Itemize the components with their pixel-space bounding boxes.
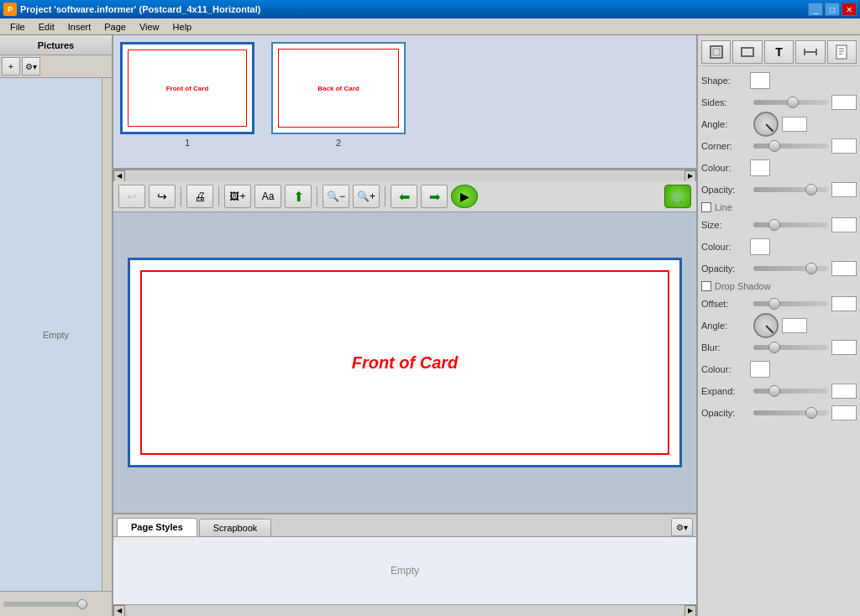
next-page-button[interactable]: ➡ <box>421 185 448 208</box>
tab-page-styles[interactable]: Page Styles <box>117 518 197 536</box>
thumbnail-1[interactable]: Front of Card 1 <box>120 42 254 148</box>
bottom-content: Empty <box>113 537 696 604</box>
close-button[interactable]: ✕ <box>842 3 857 16</box>
opacity-value[interactable] <box>831 182 857 197</box>
rect-tool-button[interactable] <box>732 40 762 64</box>
bottom-scroll-left[interactable]: ◀ <box>113 605 125 617</box>
thumb-inner-border-1: Front of Card <box>128 50 247 127</box>
sides-value[interactable] <box>831 95 857 110</box>
line-colour-row: Colour: <box>698 236 860 258</box>
add-image-button[interactable]: 🖼+ <box>224 185 251 208</box>
blur-slider[interactable] <box>753 345 828 350</box>
bottom-scroll-track[interactable] <box>125 605 684 617</box>
zoom-in-button[interactable]: 🔍+ <box>353 185 380 208</box>
menu-page[interactable]: Page <box>97 20 133 34</box>
scroll-left-btn[interactable]: ◀ <box>113 170 125 182</box>
picture-options-button[interactable]: ⚙▾ <box>22 57 40 76</box>
add-text-button[interactable]: Aa <box>254 185 281 208</box>
menu-edit[interactable]: Edit <box>32 20 61 34</box>
maximize-button[interactable]: □ <box>825 3 840 16</box>
line-colour-picker[interactable] <box>750 238 770 255</box>
size-value[interactable] <box>831 217 857 232</box>
menu-bar: File Edit Insert Page View Help <box>0 18 860 35</box>
window-title: Project 'software.informer' (Postcard_4x… <box>20 4 260 14</box>
minimize-button[interactable]: _ <box>808 3 823 16</box>
corner-slider-thumb[interactable] <box>768 140 780 152</box>
menu-view[interactable]: View <box>133 20 166 34</box>
shadow-opacity-thumb[interactable] <box>805 407 817 419</box>
shadow-opacity-value[interactable] <box>831 405 857 420</box>
tab-settings-button[interactable]: ⚙▾ <box>671 518 693 536</box>
menu-file[interactable]: File <box>3 20 32 34</box>
thumbnail-2[interactable]: Back of Card 2 <box>271 42 406 148</box>
play-button[interactable]: ▶ <box>451 185 478 208</box>
angle-row: Angle: <box>698 113 860 135</box>
zoom-slider-thumb[interactable] <box>77 599 87 609</box>
corner-value[interactable] <box>831 138 857 154</box>
size-slider-thumb[interactable] <box>768 219 780 231</box>
shadow-opacity-slider[interactable] <box>753 410 828 415</box>
menu-insert[interactable]: Insert <box>61 20 98 34</box>
angle-value[interactable] <box>782 117 807 132</box>
cart-button[interactable]: 🛒 <box>664 185 691 208</box>
scroll-right-btn[interactable]: ▶ <box>684 170 696 182</box>
bottom-empty-label: Empty <box>391 565 419 577</box>
shadow-colour-label: Colour: <box>701 364 750 374</box>
blur-row: Blur: <box>698 337 860 358</box>
blur-slider-thumb[interactable] <box>768 342 780 353</box>
shape-tool-button[interactable] <box>701 40 731 64</box>
blur-value[interactable] <box>831 340 857 355</box>
bottom-scroll-right[interactable]: ▶ <box>684 605 696 617</box>
thumb-label-1: 1 <box>185 138 190 148</box>
redo-button[interactable]: ↪ <box>149 185 176 208</box>
card-canvas[interactable]: Front of Card <box>128 258 682 467</box>
expand-slider[interactable] <box>753 389 828 394</box>
line-opacity-value[interactable] <box>831 261 857 276</box>
thumb-frame-2[interactable]: Back of Card <box>271 42 406 134</box>
measure-tool-button[interactable] <box>795 40 825 64</box>
print-button[interactable]: 🖨 <box>186 185 213 208</box>
panel-scrollbar[interactable] <box>102 78 112 591</box>
drop-shadow-checkbox[interactable] <box>701 281 711 291</box>
prev-page-button[interactable]: ⬅ <box>391 185 417 208</box>
scroll-track[interactable] <box>125 170 684 182</box>
angle-dial[interactable] <box>753 112 779 137</box>
shadow-colour-picker[interactable] <box>750 361 770 378</box>
line-opacity-label: Opacity: <box>701 264 750 274</box>
zoom-slider-track[interactable] <box>3 602 87 607</box>
undo-button[interactable]: ↩ <box>118 185 145 208</box>
import-button[interactable]: ⬆ <box>285 185 312 208</box>
opacity-slider[interactable] <box>753 187 828 192</box>
tab-scrapbook[interactable]: Scrapbook <box>199 519 272 536</box>
bottom-scrollbar[interactable]: ◀ ▶ <box>113 604 696 616</box>
canvas-area: Front of Card <box>113 212 696 513</box>
offset-value[interactable] <box>831 296 857 311</box>
add-picture-button[interactable]: + <box>2 57 20 76</box>
window-controls[interactable]: _ □ ✕ <box>808 3 857 16</box>
opacity-slider-thumb[interactable] <box>805 184 817 196</box>
svg-rect-2 <box>742 48 753 56</box>
menu-help[interactable]: Help <box>166 20 199 34</box>
line-opacity-thumb[interactable] <box>805 263 817 274</box>
expand-value[interactable] <box>831 384 857 399</box>
center-area: Front of Card 1 Back of Card 2 ◀ ▶ <box>113 35 696 616</box>
zoom-out-button[interactable]: 🔍− <box>322 185 349 208</box>
size-slider[interactable] <box>753 222 828 227</box>
shape-preview[interactable] <box>750 72 770 89</box>
shadow-angle-dial[interactable] <box>753 313 779 338</box>
colour-picker[interactable] <box>750 159 770 176</box>
doc-tool-button[interactable] <box>827 40 857 64</box>
corner-slider[interactable] <box>753 144 828 149</box>
title-bar: P Project 'software.informer' (Postcard_… <box>0 0 860 18</box>
sides-slider[interactable] <box>753 100 828 105</box>
line-checkbox[interactable] <box>701 202 711 212</box>
line-opacity-slider[interactable] <box>753 266 828 271</box>
offset-slider[interactable] <box>753 301 828 306</box>
offset-slider-thumb[interactable] <box>768 298 780 310</box>
thumb-scrollbar[interactable]: ◀ ▶ <box>113 170 696 181</box>
thumb-frame-1[interactable]: Front of Card <box>120 42 254 134</box>
text-tool-button[interactable]: T <box>764 40 794 64</box>
expand-slider-thumb[interactable] <box>768 385 780 397</box>
sides-slider-thumb[interactable] <box>787 97 799 108</box>
shadow-angle-value[interactable] <box>782 318 807 333</box>
